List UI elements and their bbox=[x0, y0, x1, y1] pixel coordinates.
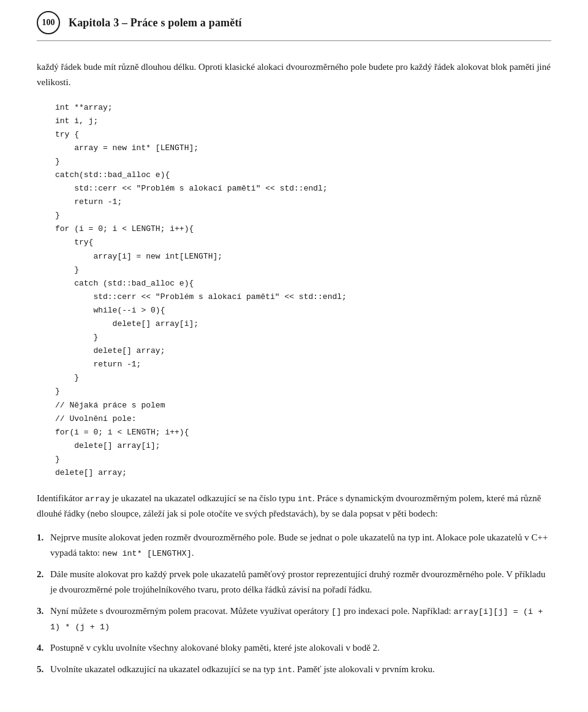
list-content-5: Uvolníte ukazatel odkazující na ukazatel… bbox=[50, 662, 551, 677]
list-5-text-after: . Paměť jste alokovali v prvním kroku. bbox=[292, 664, 434, 674]
list-1-text-after: . bbox=[192, 548, 194, 558]
list-3-code: [] bbox=[331, 607, 341, 616]
list-content-4: Postupně v cyklu uvolníte všechny alokov… bbox=[50, 640, 551, 656]
list-num-3: 3. bbox=[37, 604, 50, 635]
list-content-2: Dále musíte alokovat pro každý prvek pol… bbox=[50, 567, 551, 597]
identifier-text-before: Identifikátor bbox=[37, 493, 85, 503]
list-num-2: 2. bbox=[37, 567, 50, 597]
chapter-header: 100 Kapitola 3 – Práce s polem a pamětí bbox=[37, 0, 551, 41]
list-item: 1. Nejprve musíte alokovat jeden rozměr … bbox=[37, 530, 551, 561]
identifier-type: int bbox=[298, 494, 312, 504]
identifier-code: array bbox=[85, 494, 110, 504]
identifier-paragraph: Identifikátor array je ukazatel na ukaza… bbox=[37, 491, 551, 521]
list-content-3: Nyní můžete s dvourozměrným polem pracov… bbox=[50, 604, 551, 635]
list-5-text-before: Uvolníte ukazatel odkazující na ukazatel… bbox=[50, 664, 277, 674]
code-block: int **array; int i, j; try { array = new… bbox=[37, 101, 551, 480]
intro-paragraph: každý řádek bude mít různě dlouhou délku… bbox=[37, 59, 551, 90]
list-1-code: new int* [LENGTHX] bbox=[102, 549, 192, 558]
steps-list: 1. Nejprve musíte alokovat jeden rozměr … bbox=[37, 530, 551, 677]
chapter-badge: 100 bbox=[37, 11, 60, 34]
list-item: 3. Nyní můžete s dvourozměrným polem pra… bbox=[37, 604, 551, 635]
page: 100 Kapitola 3 – Práce s polem a pamětí … bbox=[0, 0, 588, 712]
list-content-1: Nejprve musíte alokovat jeden rozměr dvo… bbox=[50, 530, 551, 561]
list-num-1: 1. bbox=[37, 530, 50, 561]
list-item: 4. Postupně v cyklu uvolníte všechny alo… bbox=[37, 640, 551, 656]
chapter-title: Kapitola 3 – Práce s polem a pamětí bbox=[69, 14, 242, 32]
identifier-text-after: je ukazatel na ukazatel odkazující se na… bbox=[110, 493, 298, 503]
list-num-4: 4. bbox=[37, 640, 50, 656]
list-5-code: int bbox=[277, 665, 292, 675]
list-item: 5. Uvolníte ukazatel odkazující na ukaza… bbox=[37, 662, 551, 677]
list-3-text-before: Nyní můžete s dvourozměrným polem pracov… bbox=[50, 606, 331, 616]
list-num-5: 5. bbox=[37, 662, 50, 677]
list-3-text-after: pro indexaci pole. Například: bbox=[341, 606, 453, 616]
list-item: 2. Dále musíte alokovat pro každý prvek … bbox=[37, 567, 551, 597]
